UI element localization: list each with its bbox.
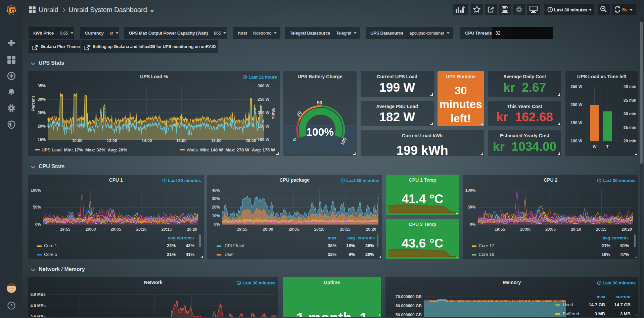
svg-text:?: ? — [10, 303, 13, 308]
